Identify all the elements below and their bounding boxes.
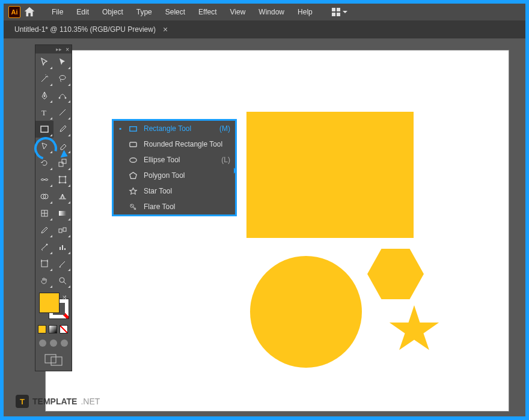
- flyout-star[interactable]: Star Tool: [114, 183, 235, 199]
- flare-icon: [128, 202, 138, 212]
- menu-file[interactable]: File: [46, 5, 69, 19]
- menu-window[interactable]: Window: [252, 5, 290, 19]
- color-swatches: ⤭: [35, 289, 72, 324]
- svg-rect-36: [51, 357, 62, 365]
- app-window: Ai File Edit Object Type Select Effect V…: [4, 4, 525, 416]
- polygon-shape[interactable]: [367, 249, 424, 299]
- flyout-polygon[interactable]: Polygon Tool: [114, 168, 235, 183]
- svg-rect-13: [60, 177, 66, 183]
- svg-point-26: [46, 244, 47, 245]
- svg-rect-23: [59, 211, 66, 216]
- svg-rect-30: [41, 261, 47, 267]
- collapse-icon[interactable]: ▸▸: [56, 46, 62, 52]
- svg-line-34: [64, 282, 66, 284]
- ellipse-shape[interactable]: [250, 256, 362, 368]
- watermark: T TEMPLATE.NET: [16, 395, 100, 408]
- menu-edit[interactable]: Edit: [70, 5, 95, 19]
- fill-swatch[interactable]: [39, 293, 60, 313]
- selection-tool[interactable]: [35, 53, 54, 70]
- menu-view[interactable]: View: [224, 5, 252, 19]
- direct-selection-tool[interactable]: [54, 53, 72, 70]
- flyout-shortcut: (M): [219, 124, 230, 133]
- flyout-label: Polygon Tool: [144, 171, 224, 180]
- swap-fill-stroke-icon[interactable]: ⤭: [62, 294, 67, 300]
- menu-help[interactable]: Help: [292, 5, 319, 19]
- blend-tool[interactable]: [54, 222, 72, 239]
- menu-items: File Edit Object Type Select Effect View…: [46, 5, 319, 19]
- hand-tool[interactable]: [35, 272, 54, 289]
- menubar: Ai File Edit Object Type Select Effect V…: [4, 4, 525, 20]
- menu-type[interactable]: Type: [130, 5, 158, 19]
- close-panel-icon[interactable]: ×: [66, 46, 69, 53]
- color-mode-none[interactable]: [60, 325, 68, 333]
- menu-object[interactable]: Object: [96, 5, 129, 19]
- flyout-tearoff-icon[interactable]: [234, 168, 237, 174]
- pen-tool[interactable]: [35, 87, 54, 104]
- flyout-label: Rectangle Tool: [144, 124, 213, 133]
- flyout-rounded-rectangle[interactable]: Rounded Rectangle Tool: [114, 136, 235, 152]
- rectangle-icon: [128, 124, 138, 133]
- symbol-sprayer-tool[interactable]: [35, 239, 54, 255]
- document-title: Untitled-1* @ 110.35% (RGB/GPU Preview): [14, 25, 156, 34]
- close-tab-icon[interactable]: ×: [163, 25, 168, 34]
- svg-point-5: [44, 96, 45, 97]
- svg-rect-28: [62, 245, 63, 250]
- type-tool[interactable]: T: [35, 104, 54, 121]
- panel-header: ▸▸ ×: [35, 45, 72, 53]
- svg-point-33: [60, 278, 64, 282]
- home-icon[interactable]: [23, 5, 36, 19]
- shape-builder-tool[interactable]: [35, 188, 54, 205]
- line-segment-tool[interactable]: [54, 104, 72, 121]
- draw-mode-row: [35, 337, 72, 349]
- menu-select[interactable]: Select: [159, 5, 191, 19]
- star-shape[interactable]: [388, 305, 440, 355]
- paintbrush-tool[interactable]: [54, 121, 72, 138]
- star-icon: [128, 186, 138, 196]
- menu-effect[interactable]: Effect: [192, 5, 222, 19]
- artboard[interactable]: [46, 50, 509, 411]
- flyout-flare[interactable]: Flare Tool: [114, 199, 235, 215]
- magic-wand-tool[interactable]: [35, 70, 54, 87]
- flyout-rectangle[interactable]: ▪ Rectangle Tool (M): [114, 121, 235, 136]
- tool-grid: T: [35, 53, 72, 289]
- svg-rect-3: [337, 13, 340, 16]
- zoom-tool[interactable]: [54, 272, 72, 289]
- document-tabbar: Untitled-1* @ 110.35% (RGB/GPU Preview) …: [4, 20, 525, 38]
- lasso-tool[interactable]: [54, 70, 72, 87]
- flyout-ellipse[interactable]: Ellipse Tool (L): [114, 152, 235, 168]
- fill-stroke-swatch[interactable]: ⤭: [38, 293, 69, 319]
- svg-rect-0: [332, 8, 335, 11]
- svg-marker-41: [129, 187, 136, 193]
- artboard-tool[interactable]: [35, 255, 54, 272]
- mesh-tool[interactable]: [35, 205, 54, 222]
- gradient-tool[interactable]: [54, 205, 72, 222]
- flyout-label: Flare Tool: [144, 202, 224, 211]
- svg-rect-24: [59, 229, 62, 233]
- svg-text:T: T: [41, 108, 46, 117]
- flyout-shortcut: (L): [221, 156, 230, 164]
- draw-inside-icon[interactable]: [61, 339, 68, 347]
- svg-point-17: [65, 182, 66, 183]
- rectangle-shape[interactable]: [246, 112, 414, 238]
- svg-rect-11: [59, 162, 63, 166]
- color-mode-gradient[interactable]: [49, 325, 57, 333]
- draw-behind-icon[interactable]: [50, 339, 57, 347]
- eyedropper-tool[interactable]: [35, 222, 54, 239]
- perspective-grid-tool[interactable]: [54, 188, 72, 205]
- free-transform-tool[interactable]: [54, 171, 72, 188]
- draw-normal-icon[interactable]: [39, 339, 46, 347]
- screen-mode[interactable]: [35, 349, 72, 371]
- rectangle-tool[interactable]: [35, 121, 54, 138]
- curvature-tool[interactable]: [54, 87, 72, 104]
- color-mode-solid[interactable]: [38, 325, 46, 333]
- slice-tool[interactable]: [54, 255, 72, 272]
- width-tool[interactable]: [35, 171, 54, 188]
- flyout-label: Ellipse Tool: [144, 156, 215, 164]
- watermark-text-light: .NET: [81, 397, 100, 406]
- document-tab[interactable]: Untitled-1* @ 110.35% (RGB/GPU Preview) …: [10, 25, 173, 34]
- ellipse-icon: [128, 155, 138, 165]
- svg-rect-29: [64, 248, 66, 250]
- workspace-switcher[interactable]: [327, 5, 352, 19]
- workspace: [4, 38, 525, 416]
- column-graph-tool[interactable]: [54, 239, 72, 255]
